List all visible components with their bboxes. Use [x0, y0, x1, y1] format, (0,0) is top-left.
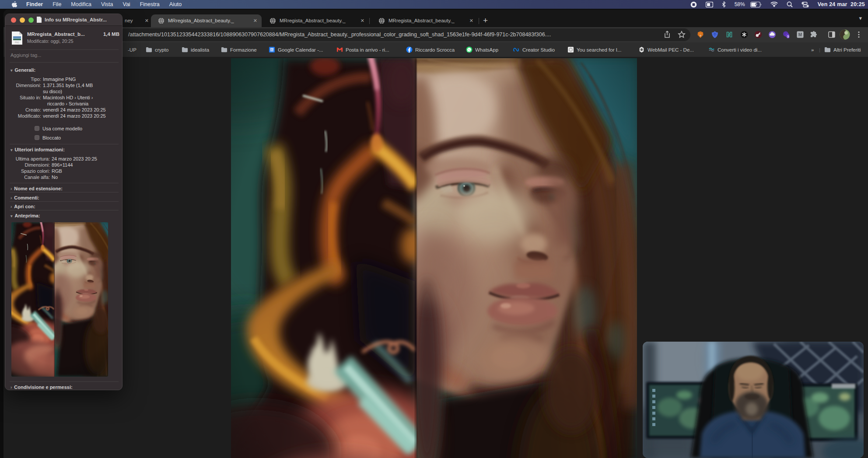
svg-text:PNG: PNG: [15, 42, 19, 44]
svg-text:M: M: [798, 32, 802, 37]
svg-text:5: 5: [787, 35, 789, 38]
svg-text:31: 31: [270, 48, 274, 51]
